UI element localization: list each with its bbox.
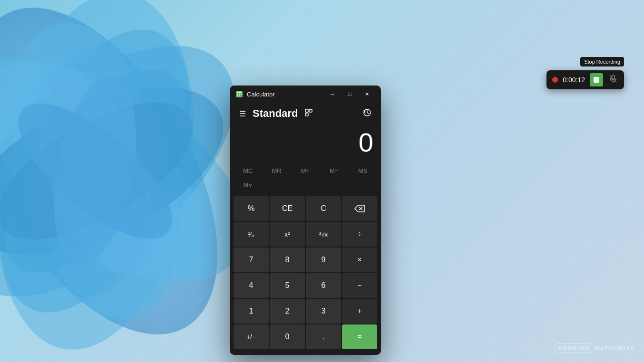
svg-rect-15	[237, 92, 242, 93]
three-button[interactable]: 3	[306, 299, 341, 324]
title-bar-left: Calculator	[235, 90, 275, 98]
recording-indicator	[552, 77, 558, 83]
ms-button[interactable]: MS	[349, 163, 377, 178]
svg-rect-18	[241, 94, 242, 95]
stop-icon	[594, 77, 599, 83]
history-icon[interactable]	[361, 106, 373, 121]
mplus-button[interactable]: M+	[291, 163, 320, 178]
stop-recording-button[interactable]	[590, 73, 603, 86]
two-button[interactable]: 2	[270, 299, 305, 324]
calculator-header: ☰ Standard	[230, 103, 381, 124]
reciprocal-button[interactable]: ¹⁄ₓ	[234, 222, 269, 247]
svg-rect-21	[241, 95, 242, 96]
svg-rect-20	[239, 95, 240, 96]
watermark-android-text: ANDROID	[555, 343, 592, 352]
window-title: Calculator	[247, 91, 275, 98]
title-bar: Calculator ─ □ ✕	[230, 86, 381, 103]
mc-button[interactable]: MC	[234, 163, 262, 178]
stop-recording-tooltip: Stop Recording	[580, 57, 624, 67]
minimize-icon: ─	[331, 91, 334, 97]
mv-button[interactable]: M∨	[234, 178, 262, 192]
compact-overlay-icon[interactable]	[302, 106, 315, 121]
mminus-button[interactable]: M−	[320, 163, 348, 178]
watermark-authority-text: AUTHORITY	[594, 344, 634, 352]
svg-rect-23	[309, 109, 312, 112]
sqrt-button[interactable]: ²√x	[306, 222, 341, 247]
svg-rect-19	[237, 95, 238, 96]
microphone-off-button[interactable]	[608, 74, 618, 86]
maximize-icon: □	[348, 91, 351, 97]
six-button[interactable]: 6	[306, 273, 341, 298]
equals-button[interactable]: =	[342, 324, 377, 349]
hamburger-menu-icon[interactable]: ☰	[237, 107, 248, 120]
eight-button[interactable]: 8	[270, 248, 305, 272]
ce-button[interactable]: CE	[270, 196, 305, 221]
title-bar-controls: ─ □ ✕	[324, 87, 375, 101]
display-value: 0	[359, 129, 373, 156]
one-button[interactable]: 1	[234, 299, 269, 324]
percent-button[interactable]: %	[234, 196, 269, 221]
calculator-display: 0	[230, 124, 381, 163]
four-button[interactable]: 4	[234, 273, 269, 298]
five-button[interactable]: 5	[270, 273, 305, 298]
svg-rect-24	[305, 113, 308, 116]
c-button[interactable]: C	[306, 196, 341, 221]
close-button[interactable]: ✕	[358, 87, 375, 101]
calculator-mode-title: Standard	[253, 107, 298, 120]
maximize-button[interactable]: □	[341, 87, 358, 101]
recording-timer: 0:00:12	[563, 76, 585, 84]
divide-button[interactable]: ÷	[342, 222, 377, 247]
add-button[interactable]: +	[342, 299, 377, 324]
multiply-button[interactable]: ×	[342, 248, 377, 272]
watermark: ANDROID AUTHORITY	[555, 343, 634, 352]
calculator-header-left: ☰ Standard	[237, 106, 315, 121]
calculator-app-icon	[235, 90, 243, 98]
close-icon: ✕	[365, 91, 369, 97]
memory-row: MC MR M+ M− MS M∨	[230, 163, 381, 194]
nine-button[interactable]: 9	[306, 248, 341, 272]
recording-widget: Stop Recording 0:00:12	[546, 70, 624, 89]
calculator-window: Calculator ─ □ ✕ ☰ Standard	[230, 86, 381, 355]
subtract-button[interactable]: −	[342, 273, 377, 298]
svg-rect-17	[239, 94, 240, 95]
decimal-button[interactable]: .	[306, 324, 341, 349]
svg-rect-22	[305, 109, 308, 112]
minimize-button[interactable]: ─	[324, 87, 341, 101]
negate-button[interactable]: +/−	[234, 324, 269, 349]
zero-button[interactable]: 0	[270, 324, 305, 349]
seven-button[interactable]: 7	[234, 248, 269, 272]
calculator-buttons: % CE C ¹⁄ₓ x² ²√x ÷ 7 8 9 × 4 5 6 − 1 2 …	[230, 194, 381, 355]
svg-rect-16	[237, 94, 238, 95]
backspace-button[interactable]	[342, 196, 377, 221]
square-button[interactable]: x²	[270, 222, 305, 247]
mr-button[interactable]: MR	[262, 163, 291, 178]
